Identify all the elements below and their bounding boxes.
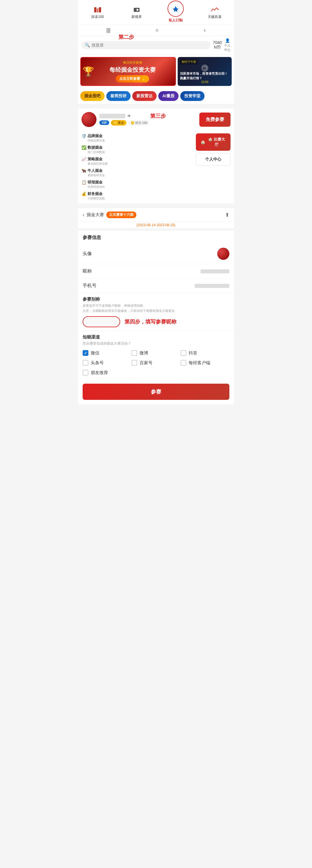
search-input[interactable]	[92, 43, 207, 48]
toutiao-checkbox[interactable]	[82, 360, 89, 366]
points-tag: 🪙 积分 166	[128, 120, 150, 126]
channel-label: 知晓渠道	[82, 335, 230, 340]
banner-cta-btn[interactable]: 点击立即参赛 👆	[116, 75, 149, 83]
bars-icon[interactable]: |||	[106, 27, 110, 33]
friend-checkbox[interactable]	[82, 370, 89, 376]
nickname-hint: 参赛选手可不使用账户昵称，单独使用别称。 注意：当期昵称设置后不能修改，只有待到…	[82, 303, 230, 313]
search-wrap[interactable]: 🔍	[81, 41, 211, 49]
channel-toutiao[interactable]: 头条号	[82, 360, 132, 366]
back-icon[interactable]: ‹	[204, 27, 206, 33]
nickname-alias-input[interactable]	[87, 320, 115, 324]
bull-title: 牛人掘金	[88, 168, 105, 173]
report-icon: 📋	[81, 180, 86, 185]
meijing-checkbox[interactable]	[180, 360, 186, 366]
comp-cat-report: 📋 研报掘金 优质研报动向	[81, 180, 194, 189]
search-icon: 🔍	[85, 43, 90, 48]
search-bar: 第二步 🔍 7040 N币 👤 个人中心	[78, 36, 234, 55]
channel-friend[interactable]: 朋友推荐	[82, 370, 230, 376]
nickname-input-row: 第四步，填写参赛昵称	[82, 316, 230, 327]
quick-link-touzi[interactable]: 投资学堂	[180, 91, 205, 101]
avatar-row: 头像	[78, 244, 234, 264]
share-icon[interactable]: ⬆	[225, 212, 230, 218]
spacer-1	[78, 104, 234, 106]
phone-row-label: 手机号	[82, 283, 97, 289]
brand-desc: 挖掘品牌价值	[88, 138, 105, 143]
banner-small-tag: 财经下午茶	[180, 59, 198, 64]
channel-row-1: ✓ 微信 微博 抖音	[82, 350, 230, 356]
nickname-row: 昵称	[78, 264, 234, 279]
nickname-value	[201, 269, 230, 273]
nickname-input-box[interactable]	[82, 316, 120, 327]
douyin-label: 抖音	[188, 350, 197, 356]
bull-desc: 紧跟聪明资金	[88, 173, 105, 177]
eye-icon[interactable]: 👁	[127, 114, 131, 118]
nav-xinshijie[interactable]: 新视界	[117, 6, 156, 20]
comp-badge: 正式赛第十六期	[106, 212, 136, 218]
points-coin-icon: 🪙	[131, 121, 135, 125]
user-avatar	[81, 112, 97, 127]
comp-left: 🛡️ 品牌掘金 挖掘品牌价值 ✅ 数据掘金 热门交易数据 📈 策略掘金 量化跟踪…	[81, 133, 194, 200]
baijiahao-checkbox[interactable]	[132, 360, 137, 366]
step-two-label: 第二步	[118, 34, 134, 40]
user-profile: 👁 VIP 🪙 黄金 🪙 积分 166 第三步 免费参赛	[78, 108, 234, 130]
nav-private[interactable]: 第一步 私人订制	[156, 3, 195, 23]
back-arrow[interactable]: ‹	[82, 212, 84, 218]
private-icon	[171, 5, 180, 12]
channel-weixin[interactable]: ✓ 微信	[82, 350, 132, 356]
channel-weibo[interactable]: 微博	[132, 350, 180, 356]
trophy-icon: 🏆	[82, 66, 94, 77]
channel-meijing[interactable]: 每经客户端	[180, 360, 230, 366]
quick-link-xingu[interactable]: 新股雷达	[132, 91, 157, 101]
nickname-alias-section: 参赛别称 参赛选手可不使用账户昵称，单独使用别称。 注意：当期昵称设置后不能修改…	[78, 293, 234, 331]
baijiahao-label: 百家号	[140, 360, 152, 366]
channel-douyin[interactable]: 抖音	[180, 350, 230, 356]
svg-rect-0	[94, 7, 97, 12]
channel-baijiahao[interactable]: 百家号	[132, 360, 180, 366]
nav-xinshijie-label: 新视界	[132, 14, 142, 20]
nickname-row-label: 昵称	[82, 268, 92, 274]
weixin-label: 微信	[91, 350, 99, 356]
points-label: 积分	[135, 121, 142, 125]
gold-coin-icon: 🪙	[113, 121, 117, 125]
nav-tianci[interactable]: 天赐良基	[195, 6, 234, 20]
quick-link-juejin[interactable]: 掘金股吧	[80, 91, 105, 101]
submit-area: 参赛	[78, 379, 234, 404]
phone-blur	[195, 284, 230, 288]
weibo-checkbox[interactable]	[132, 350, 137, 356]
weixin-checkbox[interactable]: ✓	[82, 350, 89, 356]
strategy-icon: 📈	[81, 157, 86, 161]
channel-row-3: 朋友推荐	[82, 370, 230, 376]
tianci-icon	[210, 6, 219, 13]
quick-link-jijian[interactable]: 极简投研	[106, 91, 131, 101]
banner-small-title: 活跃资本市场，投资者究竟出招！跑赢市场行情？	[180, 71, 230, 81]
home-circle-icon[interactable]: ○	[156, 27, 159, 33]
submit-btn[interactable]: 参赛	[82, 384, 230, 400]
user-info: 👁 VIP 🪙 黄金 🪙 积分 166	[99, 114, 197, 126]
report-title: 研报掘金	[88, 180, 105, 185]
comp-header-left: ‹ 掘金大赛 正式赛第十六期	[82, 212, 136, 218]
geren-zhongxin-btn[interactable]: 个人中心	[196, 153, 231, 166]
douyin-checkbox[interactable]	[180, 350, 186, 356]
user-center-btn[interactable]: 👤 个人中心	[224, 38, 231, 52]
user-icon: 👤	[225, 38, 230, 43]
play-btn[interactable]: ▶	[201, 64, 208, 71]
strategy-title: 策略掘金	[88, 157, 108, 162]
finance-title: 财务掘金	[88, 191, 105, 196]
banner-small[interactable]: 财经下午茶 ▶ 活跃资本市场，投资者究竟出招！跑赢市场行情？ 15:00	[178, 57, 232, 86]
quick-link-ai[interactable]: AI量股	[158, 91, 178, 101]
nav-private-label: 私人订制	[169, 18, 182, 23]
bull-icon: 🐂	[81, 168, 86, 173]
avatar-value	[217, 248, 230, 260]
data-icon: ✅	[81, 145, 86, 150]
nav-shendu100[interactable]: 深读100	[78, 6, 117, 20]
avatar-label: 头像	[82, 251, 92, 257]
gold-label: 黄金	[118, 121, 124, 125]
banner-main[interactable]: 每日经济新闻 每经掘金投资大赛 点击立即参赛 👆 🏆	[80, 57, 176, 86]
top-nav: 深读100 新视界 第一步 私人订制	[78, 0, 234, 25]
reg-avatar-img[interactable]	[217, 248, 230, 260]
geren-zhongxin-label: 个人中心	[205, 157, 221, 162]
bisai-dating-btn[interactable]: 🏠 🏠 比赛大厅	[196, 133, 231, 151]
step-three-label: 第三步	[150, 113, 166, 120]
free-join-btn[interactable]: 免费参赛	[199, 113, 231, 127]
channel-row-2: 头条号 百家号 每经客户端	[82, 360, 230, 366]
